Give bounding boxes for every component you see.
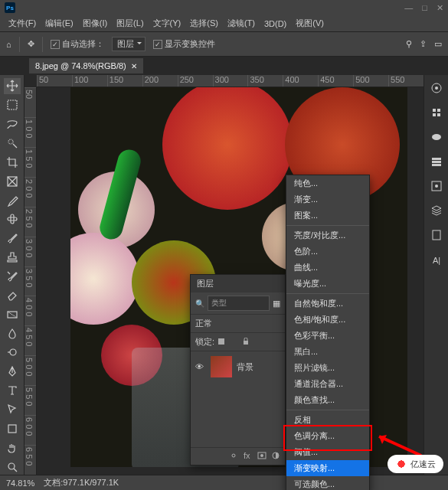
menu-channel-mixer[interactable]: 通道混合器... (286, 376, 369, 392)
menu-image[interactable]: 图像(I) (79, 16, 111, 31)
svg-rect-12 (437, 109, 440, 112)
menu-posterize[interactable]: 色调分离... (286, 428, 369, 444)
workspace-icon[interactable]: ▭ (434, 39, 442, 49)
type-tool[interactable] (4, 383, 21, 399)
menu-black-white[interactable]: 黑白... (286, 344, 369, 360)
properties-panel-icon[interactable] (428, 178, 445, 194)
auto-select-checkbox[interactable]: ✓自动选择： (51, 38, 104, 50)
tool-panel (0, 75, 25, 475)
menu-threshold[interactable]: 阈值... (286, 444, 369, 460)
stamp-tool[interactable] (4, 250, 21, 266)
heal-tool[interactable] (4, 211, 21, 227)
menu-select[interactable]: 选择(S) (186, 16, 222, 31)
eyedropper-tool[interactable] (4, 192, 21, 208)
blur-tool[interactable] (4, 325, 21, 341)
menu-file[interactable]: 文件(F) (5, 16, 40, 31)
lock-pixels-icon[interactable] (217, 338, 227, 347)
maximize-button[interactable]: □ (422, 3, 427, 13)
document-tabbar: 8.jpeg @ 74.8%(RGB/8) ✕ (0, 57, 448, 75)
zoom-level[interactable]: 74.81% (6, 479, 34, 488)
menu-color-balance[interactable]: 色彩平衡... (286, 328, 369, 344)
lock-position-icon[interactable] (230, 338, 239, 347)
zoom-tool[interactable] (4, 459, 21, 475)
marquee-tool[interactable] (4, 97, 21, 113)
menu-color-lookup[interactable]: 颜色查找... (286, 392, 369, 408)
lasso-tool[interactable] (4, 116, 21, 132)
lock-all-icon[interactable] (242, 338, 251, 347)
svg-rect-17 (432, 161, 441, 163)
path-select-tool[interactable] (4, 402, 21, 418)
gradient-tool[interactable] (4, 306, 21, 322)
svg-rect-4 (11, 214, 14, 224)
share-icon[interactable]: ⇪ (420, 39, 427, 49)
swatches-panel-icon[interactable] (428, 129, 445, 145)
menu-layer[interactable]: 图层(L) (113, 16, 147, 31)
menu-view[interactable]: 视图(V) (292, 16, 328, 31)
menu-selective-color[interactable]: 可选颜色... (286, 476, 369, 490)
layer-fx-icon[interactable]: fx (244, 451, 253, 462)
menu-gradient-map[interactable]: 渐变映射... (286, 460, 369, 476)
minimize-button[interactable]: — (404, 3, 413, 13)
menu-3d[interactable]: 3D(D) (260, 18, 290, 30)
svg-rect-7 (8, 425, 16, 433)
menu-solid-color[interactable]: 纯色... (286, 175, 369, 191)
svg-rect-23 (218, 338, 224, 345)
menu-invert[interactable]: 反相 (286, 412, 369, 428)
dodge-tool[interactable] (4, 345, 21, 361)
history-brush-tool[interactable] (4, 269, 21, 285)
brush-tool[interactable] (4, 230, 21, 247)
move-tool-icon[interactable]: ✥ (28, 39, 34, 49)
layers-panel[interactable]: 图层 🔍 类型 ▦ 正常 锁定: 👁 背景 fx (190, 274, 286, 466)
menu-hue-saturation[interactable]: 色相/饱和度... (286, 312, 369, 328)
close-tab-icon[interactable]: ✕ (131, 62, 137, 70)
close-window-button[interactable]: ✕ (437, 3, 443, 13)
layers-panel-icon[interactable] (428, 202, 445, 219)
menu-photo-filter[interactable]: 照片滤镜... (286, 360, 369, 376)
ruler-horizontal: 50100150200250300350400450500550 (37, 75, 423, 87)
auto-select-target[interactable]: 图层 (112, 37, 146, 51)
move-tool[interactable] (4, 78, 21, 94)
home-icon[interactable]: ⌂ (6, 40, 11, 49)
crop-tool[interactable] (4, 154, 21, 170)
filter-icon[interactable]: ▦ (273, 299, 280, 309)
blend-mode-dropdown[interactable]: 正常 (191, 314, 285, 332)
quick-select-tool[interactable] (4, 136, 21, 152)
color-panel-icon[interactable] (428, 80, 445, 96)
menu-filter[interactable]: 滤镜(T) (224, 16, 259, 31)
visibility-icon[interactable]: 👁 (195, 362, 206, 371)
menu-brightness-contrast[interactable]: 亮度/对比度... (286, 227, 369, 243)
svg-rect-24 (244, 341, 248, 345)
search-icon[interactable]: ⚲ (406, 39, 412, 49)
document-tab[interactable]: 8.jpeg @ 74.8%(RGB/8) ✕ (29, 58, 143, 74)
channels-panel-icon[interactable] (428, 227, 445, 243)
menu-edit[interactable]: 编辑(E) (41, 16, 77, 31)
paths-panel-icon[interactable]: A| (428, 251, 445, 268)
svg-point-10 (435, 87, 438, 90)
link-layers-icon[interactable] (230, 451, 239, 462)
show-transform-checkbox[interactable]: ✓显示变换控件 (153, 38, 215, 50)
eraser-tool[interactable] (4, 287, 21, 303)
app-logo: Ps (5, 2, 15, 13)
menu-exposure[interactable]: 曝光度... (286, 276, 369, 292)
layer-row-background[interactable]: 👁 背景 (191, 351, 285, 382)
menu-levels[interactable]: 色阶... (286, 243, 369, 260)
options-bar: ⌂ ✥ ✓自动选择： 图层 ✓显示变换控件 ⚲ ⇪ ▭ (0, 32, 448, 57)
menu-curves[interactable]: 曲线... (286, 260, 369, 276)
menu-type[interactable]: 文字(Y) (149, 16, 185, 31)
layer-mask-icon[interactable] (257, 451, 267, 462)
menu-pattern[interactable]: 图案... (286, 207, 369, 224)
menu-vibrance[interactable]: 自然饱和度... (286, 296, 369, 312)
titlebar: Ps — □ ✕ (0, 0, 448, 15)
svg-rect-14 (437, 113, 440, 116)
layer-search[interactable]: 类型 (208, 296, 270, 311)
adjustment-layer-icon[interactable] (271, 451, 280, 462)
shape-tool[interactable] (4, 420, 21, 436)
pen-tool[interactable] (4, 364, 21, 380)
frame-tool[interactable] (4, 173, 21, 189)
svg-text:A|: A| (433, 256, 440, 265)
libraries-panel-icon[interactable] (428, 153, 445, 170)
menu-gradient[interactable]: 渐变... (286, 191, 369, 207)
svg-point-6 (10, 349, 16, 355)
adjustments-panel-icon[interactable] (428, 104, 445, 121)
hand-tool[interactable] (4, 439, 21, 456)
